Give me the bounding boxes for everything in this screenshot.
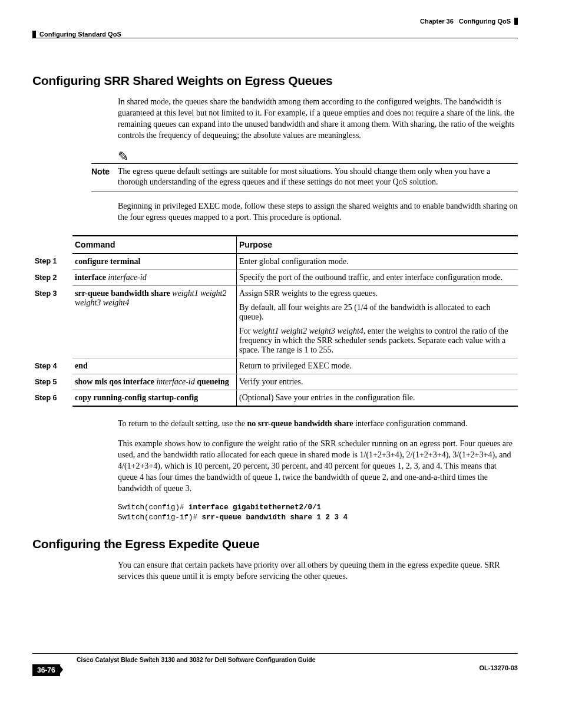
outro-paragraph-1: To return to the default setting, use th… (118, 419, 518, 430)
table-row: Step 2 interface interface-id Specify th… (32, 270, 518, 286)
section-heading-2: Configuring the Egress Expedite Queue (32, 537, 518, 551)
intro-paragraph: In shared mode, the queues share the ban… (118, 97, 518, 141)
page-header: Chapter 36 Configuring QoS (32, 18, 518, 25)
note-block: ✎ Note The egress queue default settings… (91, 150, 518, 193)
section-heading-1: Configuring SRR Shared Weights on Egress… (32, 74, 518, 88)
outro-paragraph-2: This example shows how to configure the … (118, 439, 518, 494)
lead-in-paragraph: Beginning in privileged EXEC mode, follo… (118, 201, 518, 223)
table-header-command: Command (72, 236, 237, 253)
steps-table: Command Purpose Step 1 configure termina… (32, 235, 518, 407)
page-number: 36-76 (32, 664, 60, 676)
table-row: Step 4 end Return to privileged EXEC mod… (32, 358, 518, 374)
section-header: Configuring Standard QoS (32, 31, 518, 38)
note-text: The egress queue default settings are su… (118, 166, 518, 189)
page-footer: Cisco Catalyst Blade Switch 3130 and 303… (32, 656, 518, 674)
document-page: Chapter 36 Configuring QoS Configuring S… (0, 0, 562, 697)
note-label: Note (91, 166, 118, 189)
table-row: Step 5 show mls qos interface interface-… (32, 374, 518, 390)
header-rule (32, 38, 518, 38)
table-header-purpose: Purpose (237, 236, 518, 253)
table-row: Step 1 configure terminal Enter global c… (32, 253, 518, 270)
header-marker-icon (32, 31, 36, 38)
chapter-title: Configuring QoS (459, 18, 511, 25)
table-row: Step 3 srr-queue bandwidth share weight1… (32, 286, 518, 358)
footer-rule (32, 653, 518, 654)
section2-intro: You can ensure that certain packets have… (118, 560, 518, 582)
table-row: Step 6 copy running-config startup-confi… (32, 390, 518, 407)
code-example: Switch(config)# interface gigabitetherne… (118, 503, 518, 522)
chapter-number: Chapter 36 (420, 18, 454, 25)
page-number-tail-icon (59, 664, 63, 675)
footer-title: Cisco Catalyst Blade Switch 3130 and 303… (77, 656, 518, 663)
header-marker-icon (514, 18, 518, 25)
section-name: Configuring Standard QoS (39, 31, 121, 38)
doc-id: OL-13270-03 (480, 664, 518, 671)
pencil-icon: ✎ (118, 150, 518, 163)
